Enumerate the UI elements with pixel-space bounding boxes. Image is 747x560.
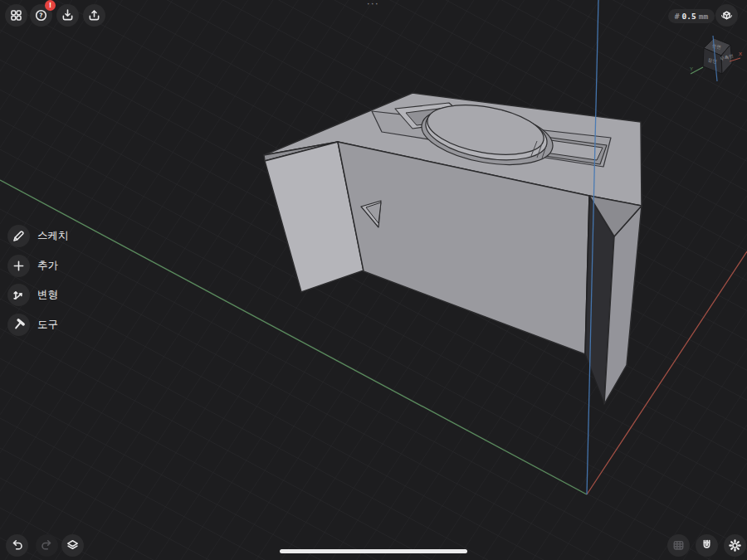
magnet-icon	[699, 538, 715, 553]
grid-badge-value: 0.5	[682, 12, 696, 21]
export-icon	[86, 7, 102, 23]
sidebar-item-tools[interactable]: 도구	[7, 314, 30, 336]
layers-icon	[65, 538, 81, 553]
redo-icon	[39, 538, 55, 553]
settings-button[interactable]	[724, 534, 746, 557]
app-window: ? ! ··· # 0.5 mm	[0, 0, 747, 560]
pencil-icon	[11, 228, 27, 244]
gimbal-cube-icon	[719, 7, 735, 23]
svg-text:?: ?	[39, 12, 42, 19]
sidebar-label-transform: 변형	[37, 288, 58, 302]
sidebar-label-add: 추가	[37, 259, 58, 273]
display-grid-button[interactable]	[667, 534, 690, 557]
home-indicator[interactable]	[280, 549, 467, 553]
snap-button[interactable]	[696, 534, 718, 557]
sidebar-label-tools: 도구	[37, 318, 58, 332]
grid-size-badge[interactable]: # 0.5 mm	[668, 9, 715, 23]
orientation-button[interactable]	[715, 4, 738, 27]
import-icon	[60, 7, 76, 23]
grid-badge-unit: mm	[699, 12, 708, 21]
import-button[interactable]	[56, 4, 79, 27]
tools-button[interactable]	[7, 314, 30, 336]
redo-button	[36, 534, 58, 557]
grid-box-icon	[671, 538, 686, 553]
view-cube-x-label: X	[739, 51, 742, 56]
transform-button[interactable]	[7, 284, 30, 306]
export-button[interactable]	[83, 4, 105, 27]
sidebar-item-add[interactable]: 추가	[7, 255, 30, 277]
sidebar-label-sketch: 스케치	[37, 229, 69, 243]
apps-button[interactable]	[5, 4, 27, 27]
hammer-icon	[11, 317, 27, 333]
sidebar-item-sketch[interactable]: 스케치	[7, 225, 30, 247]
items-panel-button[interactable]	[61, 534, 84, 557]
add-button[interactable]	[7, 255, 30, 277]
sketch-button[interactable]	[7, 225, 30, 247]
view-cube[interactable]: 윗면 정면 우측면 X Y	[688, 33, 745, 90]
undo-button[interactable]	[6, 534, 28, 557]
gear-icon	[727, 538, 743, 553]
grid-badge-prefix: #	[675, 12, 680, 21]
notification-badge: !	[45, 0, 56, 11]
help-button[interactable]: ? !	[30, 4, 52, 27]
model-solid[interactable]	[264, 93, 642, 404]
multitask-handle[interactable]: ···	[359, 0, 388, 12]
transform-arrows-icon	[11, 287, 27, 303]
apps-grid-icon	[8, 7, 24, 23]
plus-icon	[11, 258, 27, 274]
undo-icon	[9, 538, 25, 553]
sidebar-item-transform[interactable]: 변형	[7, 284, 30, 306]
viewport-3d[interactable]	[0, 0, 747, 560]
view-cube-y-label: Y	[690, 66, 693, 71]
